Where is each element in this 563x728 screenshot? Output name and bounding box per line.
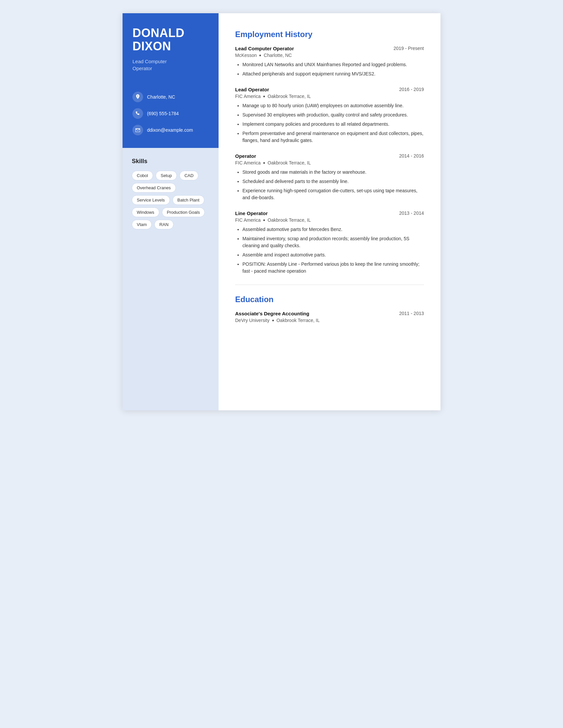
skill-tag: Windows: [132, 207, 159, 217]
skill-tag: Vtam: [132, 220, 152, 229]
skill-tag: Overhead Cranes: [132, 183, 176, 193]
job-bullets-3: Assembled automotive parts for Mercedes …: [235, 226, 424, 275]
job-title-3: Line Operator: [235, 210, 267, 216]
skill-tag: CAD: [179, 171, 198, 180]
skills-title: Skills: [132, 158, 209, 165]
location-icon: [132, 92, 143, 102]
bullet: Assembled automotive parts for Mercedes …: [242, 226, 424, 233]
edu-degree-0: Associate's Degree Accounting: [235, 311, 309, 316]
edu-school-0: DeVry University Oakbrook Terrace, IL: [235, 318, 424, 323]
sidebar-skills: Skills CobolSetupCADOverhead CranesServi…: [122, 148, 218, 410]
bullet: Assemble amd inspect automotive parts.: [242, 251, 424, 258]
job-bullets-0: Monitored LAN Networks and UNIX Mainfram…: [235, 61, 424, 77]
bullet: Implement company policies and procedure…: [242, 121, 424, 128]
dot: [263, 162, 265, 164]
job-bullets-2: Stored goods and raw materials in the fa…: [235, 169, 424, 201]
job-header-3: Line Operator 2013 - 2014: [235, 210, 424, 216]
education-section-title: Education: [235, 295, 424, 304]
bullet: Perform preventative and general mainten…: [242, 130, 424, 144]
skill-tag: Setup: [156, 171, 177, 180]
phone-icon: [132, 108, 143, 119]
skill-tag: Production Goals: [162, 207, 205, 217]
contact-email-item: ddixon@example.com: [132, 125, 209, 135]
bullet: Attached peripherals and support equipme…: [242, 70, 424, 77]
job-title-1: Lead Operator: [235, 87, 269, 92]
bullet: POSITION: Assembly Line - Performed vari…: [242, 261, 424, 275]
job-bullets-1: Manage up to 80 hourly union (UAW) emplo…: [235, 102, 424, 144]
edu-header-0: Associate's Degree Accounting 2011 - 201…: [235, 311, 424, 316]
skill-tag: RAN: [154, 220, 173, 229]
job-header-1: Lead Operator 2016 - 2019: [235, 87, 424, 92]
job-header-0: Lead Computer Operator 2019 - Present: [235, 46, 424, 51]
skill-tag: Cobol: [132, 171, 153, 180]
job-company-3: FIC America Oakbrook Terrace, IL: [235, 217, 424, 223]
job-header-2: Operator 2014 - 2016: [235, 153, 424, 159]
sidebar-top: DONALD DIXON Lead ComputerOperator: [122, 13, 218, 82]
job-company-1: FIC America Oakbrook Terrace, IL: [235, 94, 424, 99]
bullet: Maintained inventory, scrap and producti…: [242, 235, 424, 249]
job-company-0: McKesson Charlotte, NC: [235, 53, 424, 58]
bullet: Manage up to 80 hourly union (UAW) emplo…: [242, 102, 424, 109]
bullet: Stored goods and raw materials in the fa…: [242, 169, 424, 176]
resume-wrapper: DONALD DIXON Lead ComputerOperator Charl…: [122, 13, 441, 410]
bullet: Experience running high-speed corrugatio…: [242, 187, 424, 201]
edu-dates-0: 2011 - 2013: [399, 311, 424, 316]
sidebar-contact: Charlotte, NC (690) 555-1784 ddixon@exam…: [122, 82, 218, 148]
dot: [263, 219, 265, 221]
person-name: DONALD DIXON: [132, 26, 209, 53]
job-dates-2: 2014 - 2016: [399, 153, 424, 159]
job-block-1: Lead Operator 2016 - 2019 FIC America Oa…: [235, 87, 424, 144]
job-dates-3: 2013 - 2014: [399, 210, 424, 216]
job-block-3: Line Operator 2013 - 2014 FIC America Oa…: [235, 210, 424, 275]
dot: [272, 320, 274, 321]
employment-section-title: Employment History: [235, 30, 424, 39]
contact-location-item: Charlotte, NC: [132, 92, 209, 102]
skill-tag: Batch Plant: [172, 195, 205, 205]
job-block-0: Lead Computer Operator 2019 - Present Mc…: [235, 46, 424, 77]
job-title-2: Operator: [235, 153, 256, 159]
main-content: Employment History Lead Computer Operato…: [218, 13, 441, 410]
contact-location: Charlotte, NC: [147, 94, 175, 100]
job-dates-0: 2019 - Present: [394, 46, 424, 51]
edu-block-0: Associate's Degree Accounting 2011 - 201…: [235, 311, 424, 323]
section-divider: [235, 285, 424, 285]
dot: [263, 96, 265, 97]
sidebar: DONALD DIXON Lead ComputerOperator Charl…: [122, 13, 218, 410]
dot: [259, 55, 261, 56]
contact-phone-item: (690) 555-1784: [132, 108, 209, 119]
skill-tag: Service Levels: [132, 195, 170, 205]
bullet: Supervised 30 employees with production,…: [242, 112, 424, 118]
email-icon: [132, 125, 143, 135]
bullet: Scheduled and delivered parts to the ass…: [242, 178, 424, 185]
job-title-0: Lead Computer Operator: [235, 46, 294, 51]
contact-email: ddixon@example.com: [147, 127, 193, 133]
job-dates-1: 2016 - 2019: [399, 87, 424, 92]
person-job-title: Lead ComputerOperator: [132, 58, 209, 72]
job-block-2: Operator 2014 - 2016 FIC America Oakbroo…: [235, 153, 424, 201]
contact-phone: (690) 555-1784: [147, 111, 179, 116]
skills-tags: CobolSetupCADOverhead CranesService Leve…: [132, 171, 209, 229]
job-company-2: FIC America Oakbrook Terrace, IL: [235, 160, 424, 165]
bullet: Monitored LAN Networks and UNIX Mainfram…: [242, 61, 424, 68]
